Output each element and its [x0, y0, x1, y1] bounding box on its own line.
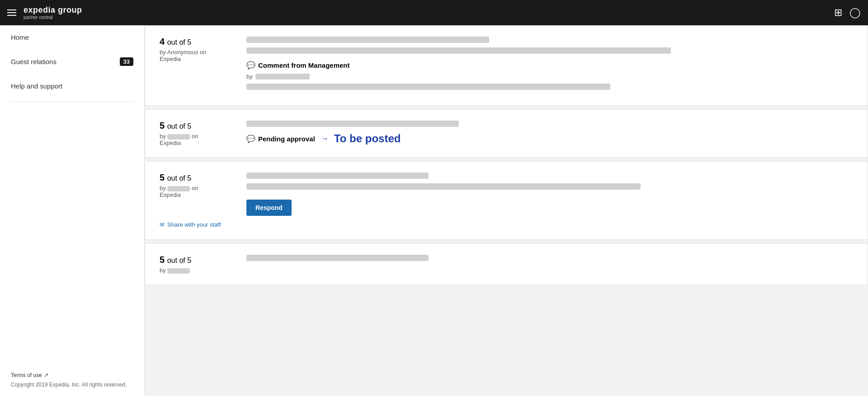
- management-text-placeholder: [246, 84, 610, 90]
- terms-of-use-link[interactable]: Terms of use ↗: [11, 372, 48, 378]
- reviewer-blurred-4: [167, 268, 190, 274]
- review-right-1: 💬 Comment from Management by: [246, 37, 853, 94]
- content-area: 4 out of 5 by Anonymous on Expedia 💬: [145, 25, 868, 396]
- respond-button[interactable]: Respond: [246, 200, 292, 216]
- hamburger-menu[interactable]: [7, 9, 16, 16]
- main-layout: Home Guest relations 33 Help and support…: [0, 25, 868, 396]
- sidebar-item-guest-relations-label: Guest relations: [11, 58, 57, 65]
- review-right-3: Respond: [246, 172, 853, 216]
- placeholder-bar-3a: [246, 172, 429, 179]
- review-right-2: 💬 Pending approval → To be posted: [246, 121, 853, 146]
- review-rating-2: 5 out of 5: [160, 121, 232, 131]
- sidebar-item-home[interactable]: Home: [0, 25, 144, 49]
- sidebar-footer: Terms of use ↗ Copyright 2019 Expedia, I…: [0, 365, 144, 396]
- review-row-4: 5 out of 5 by: [160, 255, 853, 274]
- sidebar-divider: [11, 102, 133, 102]
- top-navigation: expedia group partner central ⊞ ◯: [0, 0, 868, 25]
- terms-of-use-label: Terms of use: [11, 372, 42, 378]
- reviewer-blurred-2: [167, 134, 190, 140]
- review-left-3: 5 out of 5 by on Expedia: [160, 172, 232, 216]
- envelope-icon: ✉: [160, 221, 165, 228]
- respond-section: Respond: [246, 194, 853, 216]
- logo-main: expedia group: [24, 5, 82, 15]
- review-rating-3: 5 out of 5: [160, 172, 232, 183]
- share-with-staff[interactable]: ✉ Share with your staff: [160, 221, 221, 228]
- review-card-1: 4 out of 5 by Anonymous on Expedia 💬: [145, 25, 868, 106]
- review-by-1: by Anonymous on Expedia: [160, 49, 232, 62]
- pending-comment-icon: 💬: [246, 135, 255, 143]
- placeholder-bar-2: [246, 121, 459, 127]
- management-comment-header: 💬 Comment from Management: [246, 61, 853, 70]
- review-left-2: 5 out of 5 by on Expedia: [160, 121, 232, 146]
- review-left-1: 4 out of 5 by Anonymous on Expedia: [160, 37, 232, 94]
- management-by: by: [246, 73, 853, 80]
- management-comment: 💬 Comment from Management by: [246, 61, 853, 90]
- review-card-3: 5 out of 5 by on Expedia Respond: [145, 161, 868, 240]
- to-be-posted-label: To be posted: [334, 132, 401, 145]
- topnav-left: expedia group partner central: [7, 5, 82, 20]
- building-icon[interactable]: ⊞: [834, 7, 842, 19]
- logo-sub: partner central: [24, 15, 82, 20]
- review-card-4: 5 out of 5 by: [145, 243, 868, 285]
- sidebar-item-help-support-label: Help and support: [11, 82, 62, 90]
- guest-relations-badge: 33: [120, 57, 133, 66]
- review-card-2: 5 out of 5 by on Expedia 💬 Pending appro…: [145, 109, 868, 158]
- review-left-4: 5 out of 5 by: [160, 255, 232, 274]
- sidebar: Home Guest relations 33 Help and support…: [0, 25, 145, 396]
- review-by-3: by on Expedia: [160, 185, 232, 198]
- placeholder-bar-3b: [246, 183, 641, 190]
- reviewer-blurred-bar: [255, 74, 310, 79]
- sidebar-item-help-support[interactable]: Help and support: [0, 74, 144, 98]
- comment-icon: 💬: [246, 61, 255, 70]
- user-account-icon[interactable]: ◯: [849, 7, 861, 19]
- placeholder-bar: [246, 47, 671, 54]
- external-link-icon: ↗: [44, 372, 48, 378]
- arrow-icon: →: [321, 134, 329, 144]
- placeholder-bar-4: [246, 255, 429, 261]
- review-by-2: by on Expedia: [160, 133, 232, 146]
- pending-label: 💬 Pending approval: [246, 135, 315, 143]
- sidebar-nav: Home Guest relations 33 Help and support: [0, 25, 144, 365]
- copyright-text: Copyright 2019 Expedia, Inc. All rights …: [11, 381, 133, 389]
- review-row-2: 5 out of 5 by on Expedia 💬 Pending appro…: [160, 121, 853, 146]
- reviewer-blurred-3: [167, 186, 190, 191]
- review-rating-1: 4 out of 5: [160, 37, 232, 47]
- review-right-4: [246, 255, 853, 274]
- sidebar-item-home-label: Home: [11, 33, 29, 41]
- review-row-3: 5 out of 5 by on Expedia Respond: [160, 172, 853, 216]
- logo: expedia group partner central: [24, 5, 82, 20]
- review-rating-4: 5 out of 5: [160, 255, 232, 265]
- review-by-4: by: [160, 267, 232, 274]
- review-row-1: 4 out of 5 by Anonymous on Expedia 💬: [160, 37, 853, 94]
- topnav-right: ⊞ ◯: [834, 7, 861, 19]
- placeholder-bar: [246, 37, 489, 43]
- pending-row: 💬 Pending approval → To be posted: [246, 132, 853, 145]
- sidebar-item-guest-relations[interactable]: Guest relations 33: [0, 49, 144, 74]
